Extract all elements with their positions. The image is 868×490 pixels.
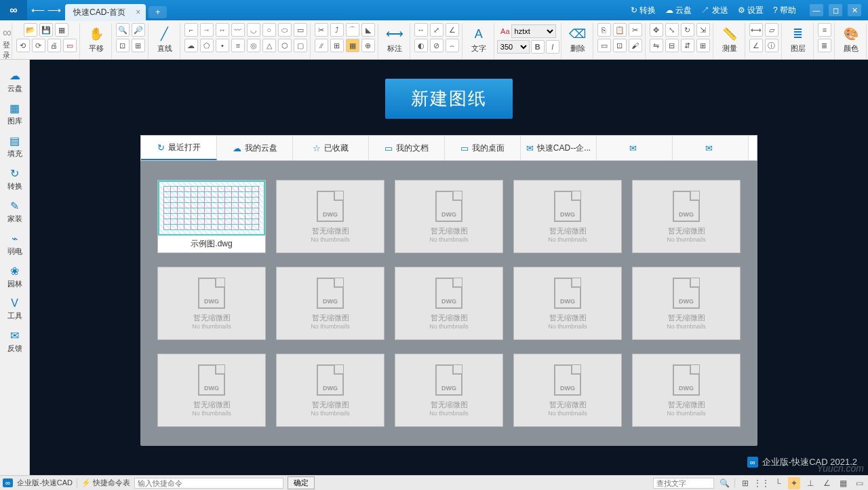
file-thumb-empty[interactable]: 暂无缩微图No thumbnails — [513, 180, 622, 253]
array-button[interactable]: ⊞ — [330, 39, 344, 52]
area-button[interactable]: ▱ — [765, 23, 778, 37]
ortho-icon[interactable]: └ — [772, 477, 784, 489]
stretch-button[interactable]: ⇲ — [696, 23, 710, 37]
track-icon[interactable]: ▦ — [837, 477, 849, 489]
bold-button[interactable]: B — [531, 40, 545, 54]
extend-button[interactable]: ⤴ — [330, 23, 344, 37]
undo-button[interactable]: ⟲ — [16, 39, 30, 52]
measure-button[interactable]: 📏 测量 — [717, 23, 742, 55]
perp-icon[interactable]: ⊥ — [804, 477, 816, 489]
rotate-button[interactable]: ↻ — [681, 23, 694, 37]
print-button[interactable]: 🖨 — [47, 39, 61, 52]
file-thumb-empty[interactable]: 暂无缩微图No thumbnails — [513, 354, 622, 427]
file-thumb-empty[interactable]: 暂无缩微图No thumbnails — [395, 180, 503, 253]
paste-button[interactable]: 📋 — [613, 23, 627, 37]
file-thumb-empty[interactable]: 暂无缩微图No thumbnails — [157, 267, 266, 340]
offset-button[interactable]: ⫽ — [315, 39, 328, 52]
text-button[interactable]: A 文字 — [467, 23, 491, 55]
help-button[interactable]: ? 帮助 — [773, 5, 796, 16]
file-thumb-empty[interactable]: 暂无缩微图No thumbnails — [513, 267, 622, 340]
sidebar-item-2[interactable]: ▤填充 — [0, 130, 29, 163]
file-thumb-empty[interactable]: 暂无缩微图No thumbnails — [632, 267, 741, 340]
file-thumb-empty[interactable]: 暂无缩微图No thumbnails — [632, 354, 741, 427]
dim-linear-button[interactable]: ↔ — [414, 23, 428, 37]
file-tab-7[interactable]: ✉ — [673, 136, 749, 160]
file-tab-1[interactable]: ☁我的云盘 — [217, 136, 293, 160]
italic-button[interactable]: I — [546, 40, 559, 54]
scale-button[interactable]: ⤡ — [665, 23, 679, 37]
settings-button[interactable]: ⚙ 设置 — [738, 5, 764, 16]
open-button[interactable]: 📂 — [24, 23, 37, 37]
convert-button[interactable]: ↻ 转换 — [631, 5, 656, 16]
annotate-button[interactable]: ⟷ 标注 — [382, 23, 407, 55]
angle-button[interactable]: ∠ — [749, 39, 763, 52]
close-icon[interactable]: × — [136, 7, 140, 17]
file-tab-5[interactable]: ✉快速CAD--企... — [521, 136, 597, 160]
file-tab-4[interactable]: ▭我的桌面 — [445, 136, 521, 160]
select-button[interactable]: ▭ — [597, 39, 611, 52]
ray-button[interactable]: → — [200, 23, 214, 37]
selectall-button[interactable]: ⊡ — [613, 39, 627, 52]
file-tab-6[interactable]: ✉ — [597, 136, 673, 160]
file-thumb-empty[interactable]: 暂无缩微图No thumbnails — [276, 267, 384, 340]
minimize-button[interactable]: — — [810, 4, 823, 16]
spline-button[interactable]: 〰 — [231, 23, 245, 37]
close-button[interactable]: ✕ — [848, 4, 861, 16]
search-icon[interactable]: 🔍 — [718, 477, 730, 489]
document-tab[interactable]: 快速CAD-首页 × — [65, 4, 146, 21]
trim-button[interactable]: ✂ — [315, 23, 328, 37]
point-button[interactable]: • — [216, 39, 229, 52]
polyline-button[interactable]: ⌐ — [184, 23, 198, 37]
layer2-button[interactable]: ≣ — [818, 39, 831, 52]
copy-button[interactable]: ⎘ — [597, 23, 611, 37]
dim-diameter-button[interactable]: ⊘ — [430, 39, 443, 52]
dim-radius-button[interactable]: ◐ — [414, 39, 428, 52]
dim-arc-button[interactable]: ⌢ — [446, 39, 459, 52]
sidebar-item-3[interactable]: ↻转换 — [0, 163, 29, 195]
polygon-button[interactable]: ⬠ — [200, 39, 214, 52]
file-thumb-empty[interactable]: 暂无缩微图No thumbnails — [276, 354, 384, 427]
layer1-button[interactable]: ≡ — [818, 23, 831, 37]
confirm-button[interactable]: 确定 — [288, 476, 315, 489]
chamfer-button[interactable]: ◣ — [361, 23, 375, 37]
file-tab-2[interactable]: ☆已收藏 — [293, 136, 369, 160]
new-drawing-button[interactable]: 新建图纸 — [385, 79, 513, 119]
new-tab-button[interactable]: + — [149, 6, 167, 18]
color-button[interactable]: 🎨 颜色 — [839, 23, 863, 55]
zoom-fit-button[interactable]: ⊞ — [132, 39, 145, 52]
cut-button[interactable]: ✂ — [629, 23, 642, 37]
join-button[interactable]: ⊕ — [361, 39, 375, 52]
file-thumb-empty[interactable]: 暂无缩微图No thumbnails — [632, 180, 741, 253]
file-thumb-empty[interactable]: 暂无缩微图No thumbnails — [395, 354, 503, 427]
dim-angular-button[interactable]: ∠ — [446, 23, 459, 37]
shape1-button[interactable]: ⬡ — [278, 39, 292, 52]
shape2-button[interactable]: ▢ — [294, 39, 307, 52]
flip-button[interactable]: ⇵ — [681, 39, 694, 52]
quick-cmd-button[interactable]: ⚡ 快捷命令表 — [81, 478, 130, 488]
file-thumb-empty[interactable]: 暂无缩微图No thumbnails — [276, 180, 384, 253]
search-input[interactable] — [653, 478, 714, 489]
back-arrow-icon[interactable]: ⟵ — [31, 5, 45, 16]
circle-button[interactable]: ○ — [262, 23, 276, 37]
move-button[interactable]: ✥ — [650, 23, 663, 37]
arc-button[interactable]: ◡ — [247, 23, 260, 37]
sidebar-item-4[interactable]: ✎家装 — [0, 195, 29, 228]
osnap-icon[interactable]: ✦ — [788, 477, 800, 489]
delete-button[interactable]: ⌫ 删除 — [566, 23, 590, 55]
line-button[interactable]: ╱ 直线 — [153, 23, 177, 55]
snap-grid-icon[interactable]: ⊞ — [739, 477, 751, 489]
file-tab-3[interactable]: ▭我的文档 — [369, 136, 445, 160]
ellipse-button[interactable]: ⬭ — [278, 23, 292, 37]
id-button[interactable]: ⓘ — [765, 39, 778, 52]
brush-button[interactable]: 🖌 — [629, 39, 642, 52]
file-thumb-sample[interactable]: 示例图.dwg — [157, 180, 266, 253]
send-button[interactable]: ↗ 发送 — [701, 5, 728, 16]
forward-arrow-icon[interactable]: ⟶ — [47, 5, 61, 16]
donut-button[interactable]: ◎ — [247, 39, 260, 52]
file-thumb-empty[interactable]: 暂无缩微图No thumbnails — [157, 354, 266, 427]
font-size-select[interactable]: 350 — [497, 40, 530, 54]
sidebar-item-6[interactable]: ❀园林 — [0, 261, 29, 293]
sidebar-item-7[interactable]: V工具 — [0, 293, 29, 325]
saveas-button[interactable]: ▦ — [55, 23, 68, 37]
hatch-button[interactable]: ▦ — [346, 39, 359, 52]
